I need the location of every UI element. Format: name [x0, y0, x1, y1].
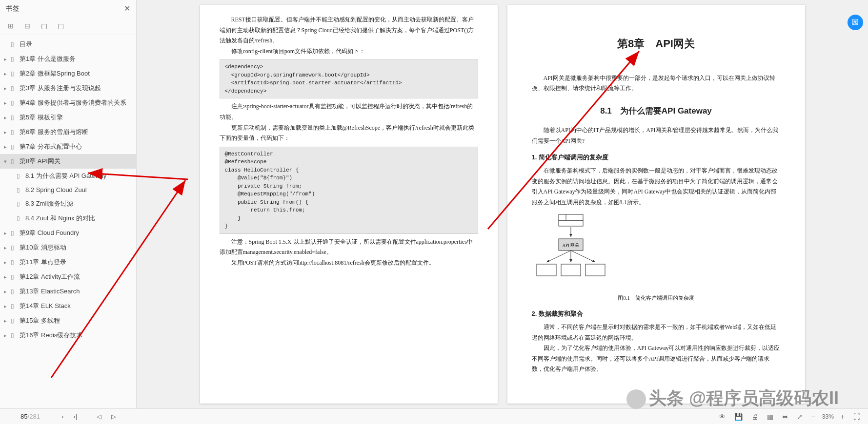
bookmark-label: 第3章 从服务注册与发现说起: [20, 84, 101, 93]
page-container: REST接口获取配置。但客户端并不能主动感知到配置的变化，从而主动去获取新的配置…: [137, 0, 868, 408]
fullscreen-icon[interactable]: ⛶: [851, 411, 862, 423]
bookmark-item[interactable]: ▸▯第1章 什么是微服务: [0, 52, 136, 66]
bookmark-item[interactable]: ▸▯第10章 消息驱动: [0, 240, 136, 255]
layout-icon[interactable]: ▦: [765, 411, 775, 423]
bookmark-sub-item[interactable]: ▯8.2 Spring Cloud Zuul: [0, 183, 136, 196]
zoom-level[interactable]: 33%: [822, 413, 834, 420]
chevron-icon[interactable]: ▸: [4, 129, 11, 135]
bookmark-sub-item[interactable]: ▯8.3 Zmil服务过滤: [0, 196, 136, 211]
bookmark-ribbon-icon: ▯: [11, 129, 18, 135]
bookmark-label: 8.1 为什么需要 API Gateway: [25, 172, 106, 180]
chevron-icon[interactable]: ▸: [4, 56, 11, 62]
bookmark-list[interactable]: ▯目录▸▯第1章 什么是微服务▸▯第2章 微框架Spring Boot▸▯第3章…: [0, 35, 136, 408]
bookmark-sub-item[interactable]: ▯8.4 Zuul 和 Nginx 的对比: [0, 211, 136, 226]
chevron-icon[interactable]: ▸: [4, 115, 11, 121]
bookmark-icon[interactable]: ▢: [40, 22, 48, 30]
bookmark-ribbon-icon: ▯: [17, 215, 23, 222]
bookmark-item[interactable]: ▸▯第16章 Redis缓存技术: [0, 328, 136, 343]
bookmark-item[interactable]: ▸▯第4章 服务提供者与服务消费者的关系: [0, 96, 136, 110]
paragraph: 注意：Spring Boot 1.5.X 以上默认开通了安全认证，所以需要在配置…: [220, 237, 478, 258]
bookmarks-sidebar: 书签 ✕ ⊞ ⊟ ▢ ▢ ▯目录▸▯第1章 什么是微服务▸▯第2章 微框架Spr…: [0, 0, 137, 408]
page-number-field[interactable]: 85/281: [6, 413, 55, 420]
next-page-button[interactable]: ›: [59, 411, 66, 422]
bookmark-label: 第13章 ElasticSearch: [20, 287, 80, 296]
bookmark-ribbon-icon: ▯: [11, 41, 18, 48]
paragraph: 在微服务架构模式下，后端服务的实例数一般是动态的，对于客户端而言，很难发现动态改…: [532, 166, 781, 208]
bookmark-item[interactable]: ▸▯第14章 ELK Stack: [0, 299, 136, 313]
chevron-icon[interactable]: ▸: [4, 245, 11, 251]
fit-page-icon[interactable]: ⤢: [795, 411, 805, 423]
bookmark-ribbon-icon: ▯: [17, 173, 23, 179]
paragraph: 注意:spring-boot-starter-actuator具有监控功能，可以…: [220, 101, 478, 122]
bookmark-label: 第15章 多线程: [20, 316, 60, 325]
chevron-icon[interactable]: ▸: [4, 100, 11, 106]
forward-button[interactable]: ▷: [108, 411, 119, 422]
chevron-icon[interactable]: ▸: [4, 303, 11, 309]
bookmark-item[interactable]: ▸▯第11章 单点登录: [0, 255, 136, 270]
chevron-icon[interactable]: ▸: [4, 85, 11, 92]
chevron-icon[interactable]: ▸: [4, 144, 11, 150]
chevron-icon[interactable]: ▸: [4, 332, 11, 339]
zoom-out-button[interactable]: −: [809, 411, 817, 423]
bookmark-label: 第14章 ELK Stack: [20, 302, 71, 310]
bookmark-item[interactable]: ▸▯第7章 分布式配置中心: [0, 139, 136, 154]
bookmark-ribbon-icon: ▯: [17, 187, 23, 193]
bookmark-item[interactable]: ▸▯第5章 模板引擎: [0, 110, 136, 125]
bookmark-item[interactable]: ▸▯第12章 Activity工作流: [0, 270, 136, 284]
chevron-icon[interactable]: ▸: [4, 259, 11, 266]
bookmark-ribbon-icon: ▯: [11, 303, 18, 309]
bookmark-label: 第12章 Activity工作流: [20, 272, 80, 281]
chevron-icon[interactable]: ▾: [4, 158, 11, 165]
svg-line-6: [546, 251, 571, 262]
bookmark-label: 第6章 服务的雪崩与熔断: [20, 128, 88, 136]
chevron-icon[interactable]: ▸: [4, 289, 11, 295]
fit-width-icon[interactable]: ⇔: [780, 411, 790, 423]
diagram-caption: 图8.1 简化客户端调用的复杂度: [532, 293, 781, 303]
paragraph: 通常，不同的客户端在显示时对数据的需求是不一致的，如手机端或者Web端，又如在低…: [532, 322, 781, 343]
svg-text:API 网关: API 网关: [562, 243, 579, 248]
bookmark-item[interactable]: ▸▯第15章 多线程: [0, 313, 136, 328]
bookmark-sub-item[interactable]: ▯8.1 为什么需要 API Gateway: [0, 169, 136, 183]
bookmark-item[interactable]: ▸▯第6章 服务的雪崩与熔断: [0, 125, 136, 139]
chevron-icon[interactable]: ▸: [4, 71, 11, 77]
bookmark-ribbon-icon: ▯: [11, 56, 18, 62]
architecture-diagram: API 网关: [532, 213, 610, 282]
new-sub-bookmark-icon[interactable]: ⊟: [23, 22, 31, 30]
bookmark-item[interactable]: ▸▯第13章 ElasticSearch: [0, 284, 136, 299]
bookmark-item[interactable]: ▸▯第2章 微框架Spring Boot: [0, 66, 136, 81]
bookmark-ribbon-icon: ▯: [11, 158, 18, 165]
bookmark-label: 目录: [20, 40, 32, 49]
back-button[interactable]: ◁: [94, 411, 104, 422]
sidebar-toolbar: ⊞ ⊟ ▢ ▢: [0, 17, 136, 35]
chevron-icon[interactable]: ▸: [4, 318, 11, 324]
bookmark-item[interactable]: ▸▯第9章 Cloud Foundry: [0, 226, 136, 240]
document-viewport[interactable]: REST接口获取配置。但客户端并不能主动感知到配置的变化，从而主动去获取新的配置…: [137, 0, 868, 408]
bookmark-item[interactable]: ▾▯第8章 API网关: [0, 154, 136, 169]
bookmark-ribbon-icon: ▯: [11, 317, 18, 324]
view-mode-icon[interactable]: 👁: [717, 411, 727, 423]
zoom-in-button[interactable]: +: [839, 411, 847, 423]
page-left: REST接口获取配置。但客户端并不能主动感知到配置的变化，从而主动去获取新的配置…: [200, 5, 498, 404]
bookmark-item[interactable]: ▯目录: [0, 37, 136, 52]
bookmark-label: 第2章 微框架Spring Boot: [20, 69, 90, 78]
bookmark-label: 第9章 Cloud Foundry: [20, 229, 79, 237]
close-icon[interactable]: ✕: [124, 4, 130, 13]
bookmark-item[interactable]: ▸▯第3章 从服务注册与发现说起: [0, 81, 136, 96]
svg-rect-1: [559, 220, 583, 226]
new-bookmark-icon[interactable]: ⊞: [7, 22, 15, 30]
chevron-icon[interactable]: ▸: [4, 230, 11, 236]
print-icon[interactable]: 🖨: [749, 411, 760, 423]
float-feedback-button[interactable]: 园: [848, 15, 863, 30]
bookmark-label: 第5章 模板引擎: [20, 113, 63, 122]
save-icon[interactable]: 💾: [732, 411, 745, 423]
section-title: 8.1 为什么需要API Gateway: [532, 104, 781, 119]
bookmark-ribbon-icon: ▯: [11, 230, 18, 236]
svg-rect-0: [559, 214, 583, 220]
chevron-icon[interactable]: ▸: [4, 274, 11, 280]
bookmark-ribbon-icon: ▯: [11, 99, 18, 106]
paragraph: 采用POST请求的方式访问http://localhost:8081/refre…: [220, 258, 478, 269]
paragraph: 更新启动机制，需要给加载变量的类上加载@RefreshScope，客户端执行/r…: [220, 123, 478, 144]
bookmark-flag-icon[interactable]: ▢: [57, 22, 64, 30]
bookmark-ribbon-icon: ▯: [11, 85, 18, 92]
last-page-button[interactable]: ›|: [70, 411, 80, 422]
